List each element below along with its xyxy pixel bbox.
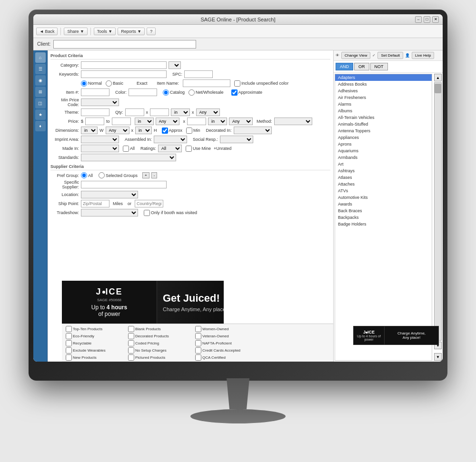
- category-item[interactable]: Adhesives: [335, 88, 432, 94]
- reports-button[interactable]: Reports ▼: [118, 28, 145, 35]
- category-item[interactable]: Address Books: [335, 81, 432, 88]
- sidebar-grid-icon[interactable]: ⊞: [35, 87, 46, 97]
- category-item[interactable]: Ashtrays: [335, 167, 432, 174]
- standards-select[interactable]: [81, 154, 176, 161]
- price-from[interactable]: [85, 118, 104, 125]
- sidebar-box-icon[interactable]: ◫: [35, 98, 46, 108]
- price-unit[interactable]: in: [135, 118, 154, 125]
- live-help-button[interactable]: Live Help: [412, 52, 434, 59]
- price-any[interactable]: Any: [156, 118, 179, 125]
- remove-group-button[interactable]: -: [151, 172, 158, 178]
- cb-qca2[interactable]: QCA Certified: [195, 354, 262, 361]
- assembled-select[interactable]: [154, 136, 187, 143]
- category-item[interactable]: Backpacks: [335, 214, 432, 221]
- category-item[interactable]: Armbands: [335, 154, 432, 161]
- approximate-check[interactable]: Approximate: [231, 89, 263, 96]
- cb-pictured[interactable]: Pictured Products: [128, 354, 190, 361]
- imprint-select[interactable]: [81, 136, 119, 143]
- maximize-button[interactable]: □: [424, 16, 430, 23]
- category-list[interactable]: AdaptersAddress BooksAdhesivesAir Freshe…: [335, 74, 432, 361]
- cb-coded[interactable]: Coded Pricing: [128, 340, 190, 346]
- cb-blank[interactable]: Blank Products: [128, 326, 190, 332]
- price-x-val[interactable]: [187, 118, 206, 125]
- scroll-down2-button[interactable]: ▼: [434, 353, 442, 361]
- sidebar-home-icon[interactable]: ⌂: [35, 52, 46, 63]
- client-input[interactable]: [53, 40, 196, 49]
- cb-nafta[interactable]: NAFTA-Proficient: [195, 340, 262, 346]
- price-x-unit[interactable]: in: [208, 118, 227, 125]
- decorated-select[interactable]: [234, 127, 272, 134]
- category-item[interactable]: Appliances: [335, 134, 432, 141]
- cb-eco[interactable]: Eco-Friendly: [66, 333, 123, 339]
- category-item[interactable]: Aprons: [335, 141, 432, 147]
- back-button[interactable]: ◄ Back: [36, 28, 58, 35]
- sidebar-diamond-icon[interactable]: ♦: [35, 121, 46, 131]
- keywords-input[interactable]: [81, 70, 167, 78]
- and-button[interactable]: AND: [336, 63, 353, 70]
- sidebar-menu-icon[interactable]: ☰: [35, 64, 46, 74]
- spc-input[interactable]: [184, 70, 213, 78]
- change-view-button[interactable]: Change View: [341, 52, 370, 59]
- qty-input[interactable]: [125, 108, 144, 116]
- item-name-input[interactable]: [183, 79, 230, 87]
- location-select[interactable]: [81, 191, 138, 198]
- category-item[interactable]: Automotive Kits: [335, 194, 432, 201]
- net-radio[interactable]: Net/Wholesale: [188, 89, 224, 96]
- dim-any1[interactable]: Any: [106, 127, 129, 134]
- use-mine-check[interactable]: Use Mine: [186, 146, 211, 152]
- normal-radio[interactable]: Normal: [81, 80, 102, 87]
- price-to[interactable]: [112, 118, 131, 125]
- help-button[interactable]: ?: [147, 28, 156, 35]
- category-item[interactable]: Badge Holders: [335, 221, 432, 227]
- qty-unit[interactable]: in: [171, 108, 190, 116]
- category-item[interactable]: All-Terrain Vehicles: [335, 114, 432, 121]
- scroll-up-button[interactable]: ▲: [434, 74, 442, 81]
- category-item[interactable]: Adapters: [335, 74, 432, 81]
- minimize-button[interactable]: –: [415, 16, 422, 23]
- cb-new[interactable]: New Products: [66, 354, 123, 361]
- category-input[interactable]: [81, 61, 167, 69]
- dim-unit1[interactable]: in: [81, 127, 98, 134]
- cb-women[interactable]: Women-Owned: [195, 326, 262, 332]
- category-item[interactable]: Aquariums: [335, 147, 432, 154]
- set-default-button[interactable]: Set Default: [377, 52, 403, 59]
- specific-supplier-input[interactable]: [81, 181, 167, 188]
- approx-check[interactable]: Approx: [162, 128, 183, 134]
- item-input[interactable]: [81, 88, 109, 96]
- cb-credit[interactable]: Credit Cards Accepted: [195, 347, 262, 354]
- or-button[interactable]: OR: [354, 63, 369, 70]
- tradeshow-select[interactable]: [81, 209, 138, 216]
- zip-postal-input[interactable]: [81, 200, 109, 207]
- social-select[interactable]: [220, 136, 253, 143]
- catalog-radio[interactable]: Catalog: [163, 89, 185, 96]
- made-in-select[interactable]: [81, 145, 119, 152]
- category-item[interactable]: Atlases: [335, 174, 432, 181]
- theme-input[interactable]: [81, 108, 109, 116]
- category-select[interactable]: [169, 61, 181, 69]
- min-price-select[interactable]: [81, 98, 119, 106]
- category-item[interactable]: Air Fresheners: [335, 94, 432, 101]
- close-button[interactable]: ✕: [432, 16, 439, 23]
- cb-top-ten[interactable]: Top-Ten Products: [66, 326, 123, 332]
- add-group-button[interactable]: +: [142, 172, 149, 178]
- all-check[interactable]: All: [123, 146, 135, 152]
- include-unspecified-check[interactable]: Include unspecified color: [234, 80, 288, 87]
- cb-no-setup[interactable]: No Setup Charges: [128, 347, 190, 354]
- category-item[interactable]: Art: [335, 161, 432, 167]
- category-item[interactable]: Alarms: [335, 101, 432, 108]
- sidebar-star-icon[interactable]: ★: [35, 109, 46, 120]
- cb-decorated[interactable]: Decorated Products: [128, 333, 190, 339]
- share-button[interactable]: Share ▼: [64, 28, 87, 35]
- category-item[interactable]: Back Braces: [335, 207, 432, 214]
- basic-radio[interactable]: Basic: [106, 80, 123, 87]
- not-button[interactable]: NOT: [370, 63, 388, 70]
- cb-no-wear[interactable]: Exclude Wearables: [66, 347, 123, 354]
- sidebar-search-icon[interactable]: ◉: [35, 75, 46, 86]
- method-select[interactable]: [274, 118, 312, 125]
- booth-check[interactable]: Only if booth was visited: [144, 210, 197, 216]
- tools-button[interactable]: Tools ▼: [94, 28, 116, 35]
- cb-recyclable[interactable]: Recyclable: [66, 340, 123, 346]
- cb-veteran[interactable]: Veteran-Owned: [195, 333, 262, 339]
- category-item[interactable]: Antenna Toppers: [335, 128, 432, 134]
- category-item[interactable]: ATVs: [335, 187, 432, 194]
